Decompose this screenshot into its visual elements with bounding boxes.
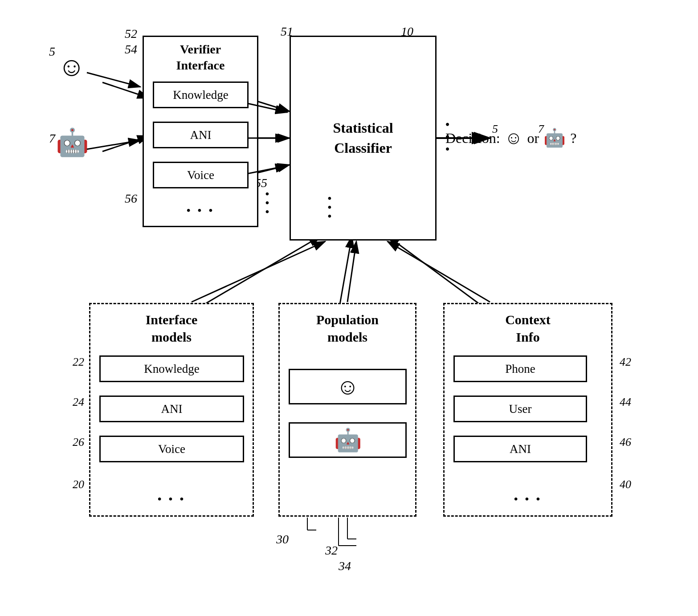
ref-46: 46 bbox=[620, 436, 631, 449]
ref-54: 54 bbox=[125, 42, 137, 57]
svg-line-9 bbox=[339, 236, 352, 312]
ref-26: 26 bbox=[73, 436, 84, 449]
svg-line-16 bbox=[87, 140, 140, 149]
ref-44: 44 bbox=[620, 396, 631, 409]
svg-line-21 bbox=[192, 241, 325, 302]
smiley-caller: ☺ bbox=[58, 53, 85, 80]
pm-robot-box: 🤖 bbox=[289, 422, 407, 458]
ref-40: 40 bbox=[620, 478, 631, 491]
vi-voice-box: Voice bbox=[153, 162, 249, 188]
ci-phone-box: Phone bbox=[453, 355, 587, 382]
svg-text:•: • bbox=[265, 196, 269, 210]
svg-line-8 bbox=[192, 236, 321, 312]
ref-56: 56 bbox=[125, 192, 137, 206]
decision-smiley: ☺ bbox=[505, 129, 523, 147]
ref-22: 22 bbox=[73, 355, 84, 369]
verifier-interface-box: VerifierInterface Knowledge ANI Voice • … bbox=[143, 36, 258, 227]
robot-impostor: 🤖 bbox=[56, 129, 89, 156]
ci-ani-box: ANI bbox=[453, 436, 587, 462]
ref-34: 34 bbox=[339, 559, 351, 573]
robot-icon: 🤖 bbox=[56, 128, 89, 157]
im-ani-box: ANI bbox=[99, 396, 244, 422]
svg-line-22 bbox=[347, 241, 356, 302]
verifier-interface-title: VerifierInterface bbox=[148, 41, 253, 74]
ref-20: 20 bbox=[73, 478, 84, 491]
pm-smiley-box: ☺ bbox=[289, 369, 407, 404]
ci-ani-label: ANI bbox=[510, 442, 531, 456]
svg-line-6 bbox=[254, 165, 290, 174]
decision-label-group: Decision: ☺ or 🤖 ? bbox=[445, 129, 576, 147]
ref-32: 32 bbox=[325, 543, 338, 558]
context-info-title: ContextInfo bbox=[445, 311, 611, 346]
decision-area: Decision: ☺ or 🤖 ? 5 7 bbox=[445, 120, 576, 136]
svg-line-15 bbox=[87, 73, 140, 87]
vi-knowledge-label: Knowledge bbox=[173, 88, 228, 102]
im-ani-label: ANI bbox=[161, 402, 183, 416]
statistical-classifier-label: StatisticalClassifier bbox=[333, 118, 393, 158]
ref-30: 30 bbox=[276, 532, 289, 547]
statistical-classifier-box: StatisticalClassifier • • • bbox=[290, 36, 437, 241]
vi-ani-box: ANI bbox=[153, 122, 249, 148]
vi-knowledge-box: Knowledge bbox=[153, 82, 249, 108]
ref-5-left: 5 bbox=[49, 45, 55, 59]
diagram-container: 52 54 5 7 56 50 51 10 53 55 ☺ 🤖 Verifier… bbox=[0, 0, 698, 616]
ref-7-left: 7 bbox=[49, 131, 55, 146]
ref-7-right: 7 bbox=[538, 122, 544, 136]
svg-line-4 bbox=[254, 100, 290, 111]
svg-text:•: • bbox=[265, 205, 269, 219]
pm-smiley-icon: ☺ bbox=[336, 374, 359, 400]
ci-user-box: User bbox=[453, 396, 587, 422]
smiley-icon: ☺ bbox=[58, 52, 85, 82]
interface-models-title: Interfacemodels bbox=[90, 311, 253, 346]
ci-dots: • • • bbox=[445, 492, 611, 506]
vi-dots: • • • bbox=[144, 204, 257, 218]
decision-or: or bbox=[527, 130, 539, 147]
decision-robot: 🤖 bbox=[543, 129, 566, 147]
svg-line-10 bbox=[388, 236, 490, 312]
ref-24: 24 bbox=[73, 396, 84, 409]
svg-line-23 bbox=[388, 241, 490, 302]
im-voice-label: Voice bbox=[158, 442, 185, 456]
ref-5-right: 5 bbox=[492, 122, 498, 136]
population-models-box: Populationmodels ☺ 🤖 bbox=[278, 303, 416, 517]
im-knowledge-label: Knowledge bbox=[144, 362, 199, 376]
ci-user-label: User bbox=[509, 402, 532, 416]
vi-voice-label: Voice bbox=[187, 168, 214, 182]
im-voice-box: Voice bbox=[99, 436, 244, 462]
ci-phone-label: Phone bbox=[505, 362, 535, 376]
population-models-title: Populationmodels bbox=[280, 311, 415, 346]
im-dots: • • • bbox=[90, 492, 253, 506]
ref-42: 42 bbox=[620, 355, 631, 369]
decision-q: ? bbox=[570, 130, 576, 147]
vi-ani-label: ANI bbox=[190, 128, 212, 142]
interface-models-box: Interfacemodels Knowledge ANI Voice • • … bbox=[89, 303, 254, 517]
ref-52: 52 bbox=[125, 27, 137, 41]
pm-robot-icon: 🤖 bbox=[334, 427, 362, 453]
im-knowledge-box: Knowledge bbox=[99, 355, 244, 382]
context-info-box: ContextInfo Phone User ANI • • • 42 44 4… bbox=[443, 303, 612, 517]
